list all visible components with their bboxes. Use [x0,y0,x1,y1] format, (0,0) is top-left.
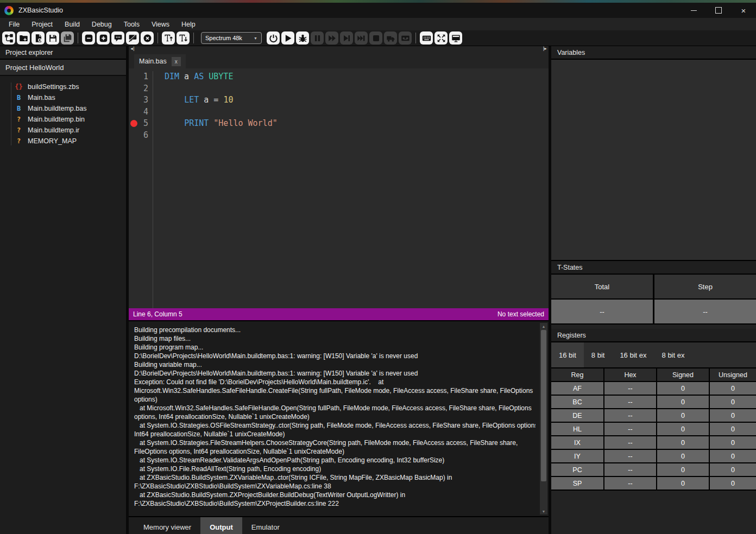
scroll-up-icon[interactable]: ▲ [540,323,547,329]
output-line: at Microsoft.Win32.SafeHandles.SafeFileH… [134,404,536,412]
remove-button[interactable] [82,31,95,44]
keyboard-icon [422,34,431,43]
breakpoint-dot[interactable] [130,120,137,127]
tab-main-bas[interactable]: Main.bas x [134,54,186,68]
fast-forward-icon [327,34,337,43]
registers-tab-8-bit[interactable]: 8 bit [584,342,613,367]
toolbar-separator [158,33,158,43]
clear-button[interactable] [141,31,154,44]
menu-build[interactable]: Build [59,19,86,30]
output-line: at System.IO.Strategies.OSFileStreamStra… [134,421,536,430]
monitor-button[interactable] [449,31,462,44]
registers-tab-16-bit-ex[interactable]: 16 bit ex [612,342,654,367]
menu-tools[interactable]: Tools [118,19,146,30]
output-line: at System.IO.StreamReader.ValidateArgsAn… [134,456,536,465]
collapse-left-panel-icon[interactable]: ◄▏ [130,47,136,51]
comment-off-button[interactable] [126,31,139,44]
register-row-iy: IY--00 [551,450,756,463]
close-button[interactable]: × [731,3,756,18]
play-button[interactable] [281,31,294,44]
fullscreen-button[interactable] [434,31,448,44]
cursor-position: Line 6, Column 5 [133,310,182,318]
tree-item-buildsettings-zbs[interactable]: {}buildSettings.zbs [0,81,126,92]
editor-gutter: 123456 [129,71,153,308]
editor-tabstrip: ◄▏ ▕► Main.bas x [129,46,549,68]
save-button[interactable] [46,31,59,44]
menu-project[interactable]: Project [26,19,59,30]
pause-icon [313,34,322,43]
menu-views[interactable]: Views [146,19,175,30]
register-row-bc: BC--00 [551,396,756,409]
collapse-right-panel-icon[interactable]: ▕► [541,47,547,51]
toolbar-separator [415,33,416,43]
output-line: Building program map... [134,343,536,352]
new-file-button[interactable] [32,31,45,44]
toolbar-separator [193,33,194,43]
font-increase-button[interactable] [162,31,175,44]
file-name: buildSettings.zbs [28,83,79,91]
output-line: Exception: Could not find file 'D:\Borie… [134,378,536,386]
menu-file[interactable]: File [3,19,26,30]
variables-header: Variables [551,46,756,60]
panel-filler [551,491,756,534]
add-button[interactable] [97,31,110,44]
font-decrease-button[interactable] [177,31,190,44]
tab-output[interactable]: Output [200,517,242,534]
registers-tab-16-bit[interactable]: 16 bit [551,342,584,367]
variables-body [551,60,756,261]
tree-item-memory-map[interactable]: ?MEMORY_MAP [0,136,126,147]
scrollbar-thumb[interactable] [541,330,546,481]
titlebar: ZXBasicStudio × [0,3,756,18]
window-title: ZXBasicStudio [18,7,63,14]
output-line: D:\BorielDev\Projects\HelloWorld\Main.bu… [134,369,536,378]
code-line: LET a = 10 [165,94,549,106]
register-cell: 0 [710,423,756,435]
register-cell: 0 [657,463,710,476]
main-area: Project explorer Project HelloWorld {}bu… [0,46,756,534]
new-project-button[interactable] [17,31,30,44]
tab-close-icon[interactable]: x [172,57,181,66]
register-cell: IY [551,450,604,462]
project-root-node[interactable]: Project HelloWorld [0,60,126,76]
file-unknown-icon: ? [15,126,23,134]
register-cell: 0 [710,396,756,408]
menu-help[interactable]: Help [175,19,201,30]
debug-panel: Variables T-States Total--Step-- Registe… [551,46,756,534]
machine-selector[interactable]: Spectrum 48k▼ [201,32,262,44]
keyboard-button[interactable] [420,31,433,44]
code-line [165,83,549,95]
register-cell: HL [551,423,604,435]
power-button[interactable] [267,31,280,44]
output-line: FileOptions options, Int64 preallocation… [134,447,536,456]
menu-debug[interactable]: Debug [86,19,118,30]
play-icon [284,34,293,43]
tab-memory-viewer[interactable]: Memory viewer [134,517,200,534]
scroll-down-icon[interactable]: ▼ [540,508,547,514]
registers-column-header: Unsigned [710,368,756,381]
debug-button[interactable] [296,31,309,44]
registers-tab-8-bit-ex[interactable]: 8 bit ex [654,342,692,367]
toolbar: Spectrum 48k▼ [0,30,756,46]
output-scrollbar[interactable]: ▲ ▼ [540,323,547,514]
tree-item-main-buildtemp-ir[interactable]: ?Main.buildtemp.ir [0,125,126,136]
comment-button[interactable] [111,31,124,44]
register-cell: -- [604,463,657,476]
open-project-button[interactable] [2,31,15,44]
register-cell: IX [551,436,604,449]
tree-item-main-buildtemp-bas[interactable]: BMain.buildtemp.bas [0,103,126,114]
output-line: D:\BorielDev\Projects\HelloWorld\Main.bu… [134,352,536,360]
tape-button [399,31,412,44]
register-cell: SP [551,477,604,490]
maximize-button[interactable] [706,3,731,18]
tree-item-main-bas[interactable]: BMain.bas [0,92,126,103]
code-editor[interactable]: 123456 DIM a AS UBYTE LET a = 10 PRINT "… [129,68,549,308]
file-bas-icon: B [15,105,23,112]
code-line: DIM a AS UBYTE [165,71,549,83]
tree-item-main-buildtemp-bin[interactable]: ?Main.buildtemp.bin [0,114,126,125]
minimize-button[interactable] [681,3,706,18]
tab-emulator[interactable]: Emulator [242,517,289,534]
file-zbs-icon: {} [15,83,23,91]
register-row-de: DE--00 [551,409,756,423]
editor-code-area[interactable]: DIM a AS UBYTE LET a = 10 PRINT "Hello W… [153,71,549,308]
maximize-icon [715,7,722,14]
